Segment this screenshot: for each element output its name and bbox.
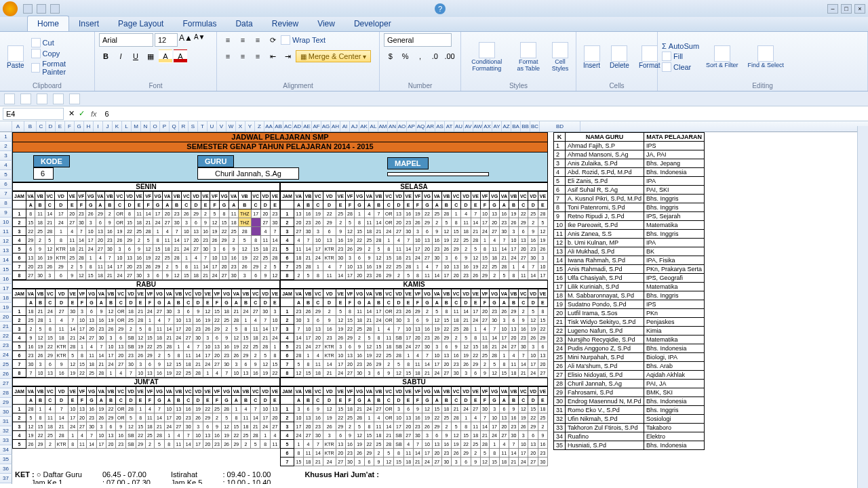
schedule-cell[interactable]: 6 — [241, 360, 250, 369]
schedule-cell[interactable]: 5 — [394, 360, 403, 369]
schedule-cell[interactable]: 5 — [210, 209, 219, 218]
schedule-cell[interactable]: OR — [116, 405, 126, 413]
align-right-icon[interactable]: ≡ — [251, 49, 264, 63]
schedule-cell[interactable]: 30 — [452, 369, 461, 378]
schedule-cell[interactable]: 5 — [374, 245, 383, 253]
schedule-cell[interactable]: 22 — [145, 342, 154, 351]
schedule-cell[interactable]: 26 — [538, 245, 547, 253]
schedule-cell[interactable]: 13 — [413, 325, 422, 333]
schedule-cell[interactable]: 11 — [134, 209, 144, 218]
schedule-cell[interactable]: 3 — [432, 342, 441, 351]
schedule-cell[interactable]: 21 — [294, 342, 304, 351]
schedule-cell[interactable]: 17 — [115, 262, 125, 271]
schedule-cell[interactable]: 27 — [519, 253, 528, 262]
schedule-cell[interactable]: 9 — [163, 271, 172, 280]
schedule-cell[interactable]: 5 — [499, 271, 509, 280]
schedule-cell[interactable]: 5 — [294, 360, 304, 369]
align-center-icon[interactable]: ≡ — [236, 49, 250, 63]
schedule-cell[interactable]: 11 — [364, 218, 374, 227]
schedule-cell[interactable]: 15 — [45, 333, 55, 342]
schedule-cell[interactable]: OR — [116, 413, 126, 422]
schedule-cell[interactable]: 26 — [313, 218, 323, 227]
schedule-cell[interactable]: 26 — [96, 413, 106, 422]
schedule-cell[interactable]: 24 — [303, 342, 313, 351]
font-name-input[interactable] — [99, 33, 153, 47]
schedule-cell[interactable]: 15 — [403, 369, 413, 378]
schedule-cell[interactable]: 19 — [35, 342, 45, 351]
schedule-cell[interactable]: 27 — [155, 307, 165, 316]
schedule-cell[interactable]: 9 — [222, 333, 232, 342]
schedule-cell[interactable]: 8 — [125, 209, 134, 218]
schedule-cell[interactable]: 21 — [251, 422, 260, 431]
name-box[interactable] — [3, 108, 64, 120]
schedule-cell[interactable]: 29 — [212, 325, 221, 333]
schedule-cell[interactable]: 3 — [182, 218, 191, 227]
schedule-cell[interactable]: 2 — [251, 351, 260, 360]
tool-icon[interactable] — [69, 94, 80, 104]
schedule-cell[interactable]: 20 — [345, 360, 354, 369]
schedule-cell[interactable]: 20 — [77, 413, 86, 422]
schedule-cell[interactable]: 5 — [336, 307, 345, 316]
dec-decimal-icon[interactable]: .00 — [443, 49, 456, 63]
copy-button[interactable]: Copy — [31, 49, 90, 58]
schedule-cell[interactable]: 10 — [136, 369, 145, 378]
align-middle-icon[interactable]: ≡ — [236, 33, 250, 47]
schedule-cell[interactable]: 3 — [422, 431, 433, 440]
schedule-cell[interactable]: 16 — [345, 440, 354, 449]
schedule-cell[interactable]: 4 — [45, 405, 55, 413]
schedule-cell[interactable]: 18 — [394, 253, 403, 262]
schedule-cell[interactable]: 23 — [509, 422, 518, 431]
schedule-cell[interactable]: 29 — [251, 262, 260, 271]
schedule-cell[interactable]: 1 — [270, 342, 279, 351]
schedule-cell[interactable]: 21 — [260, 333, 270, 342]
schedule-cell[interactable]: 27 — [499, 431, 509, 440]
schedule-cell[interactable]: 2 — [67, 262, 77, 271]
schedule-cell[interactable]: 11 — [303, 449, 313, 458]
schedule-cell[interactable]: 27 — [336, 458, 345, 466]
schedule-cell[interactable]: 17 — [499, 333, 509, 342]
schedule-cell[interactable]: 10 — [164, 405, 174, 413]
schedule-cell[interactable]: 12 — [384, 458, 394, 466]
schedule-cell[interactable]: 4 — [490, 236, 500, 245]
schedule-cell[interactable]: 27 — [212, 360, 221, 369]
schedule-cell[interactable]: 13 — [432, 440, 441, 449]
schedule-cell[interactable]: 16 — [313, 413, 323, 422]
schedule-cell[interactable]: 18 — [55, 333, 68, 342]
schedule-cell[interactable]: 21 — [35, 307, 45, 316]
schedule-cell[interactable]: 22 — [336, 413, 345, 422]
schedule-cell[interactable]: 25 — [461, 236, 471, 245]
schedule-cell[interactable]: 30 — [313, 431, 323, 440]
schedule-cell[interactable]: 3 — [231, 360, 241, 369]
schedule-cell[interactable]: 22 — [125, 227, 134, 236]
schedule-cell[interactable]: OR — [384, 316, 394, 325]
schedule-cell[interactable]: SB — [394, 431, 403, 440]
schedule-cell[interactable]: 11 — [163, 236, 172, 245]
schedule-cell[interactable]: 6 — [509, 316, 518, 325]
schedule-cell[interactable]: 22 — [528, 413, 538, 422]
schedule-cell[interactable]: 30 — [270, 218, 279, 227]
schedule-cell[interactable]: 25 — [394, 262, 403, 271]
grow-font-icon[interactable]: A▲ — [179, 33, 193, 47]
schedule-cell[interactable]: 12 — [239, 245, 252, 253]
schedule-cell[interactable]: 17 — [251, 209, 260, 218]
schedule-cell[interactable]: 29 — [116, 325, 126, 333]
schedule-cell[interactable]: 11 — [374, 422, 383, 431]
schedule-cell[interactable]: 12 — [480, 458, 489, 466]
schedule-cell[interactable]: 23 — [490, 307, 500, 316]
schedule-cell[interactable]: 26 — [422, 422, 433, 431]
col-header[interactable]: AR — [426, 121, 435, 131]
schedule-cell[interactable]: 24 — [145, 307, 154, 316]
schedule-cell[interactable]: 24 — [422, 458, 433, 466]
cell-styles-button[interactable]: Cell Styles — [549, 41, 572, 73]
schedule-cell[interactable]: 27 — [260, 218, 270, 227]
schedule-cell[interactable]: 27 — [374, 405, 383, 413]
schedule-cell[interactable]: 5 — [355, 422, 365, 431]
row-header[interactable]: 36 — [0, 464, 12, 474]
schedule-cell[interactable]: 28 — [260, 342, 270, 351]
schedule-cell[interactable]: 9 — [134, 245, 144, 253]
schedule-cell[interactable]: 23 — [323, 333, 336, 342]
row-header[interactable]: 27 — [0, 379, 12, 388]
schedule-cell[interactable]: 27 — [480, 316, 489, 325]
schedule-cell[interactable]: 22 — [136, 431, 145, 440]
schedule-cell[interactable]: 14 — [313, 449, 323, 458]
